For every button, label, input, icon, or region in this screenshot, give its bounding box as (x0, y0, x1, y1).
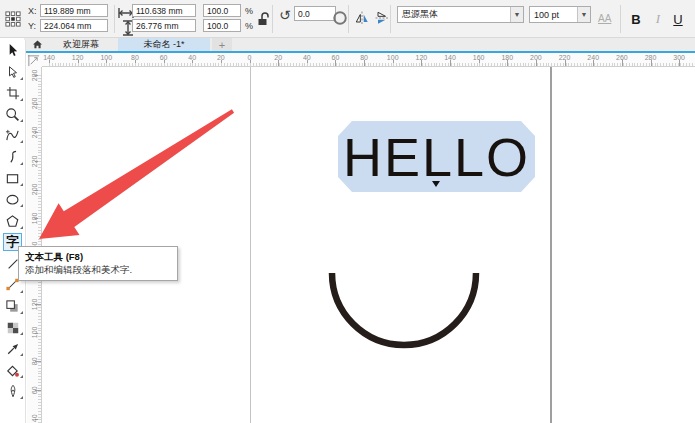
ellipse-icon (5, 192, 20, 207)
shape-tool[interactable] (0, 61, 25, 82)
home-icon (32, 39, 43, 50)
font-size-value: 100 pt (530, 10, 577, 20)
ruler-label: 100 (27, 326, 42, 340)
ruler-label: 220 (550, 53, 579, 62)
page-right-edge (550, 67, 552, 423)
crop-tool[interactable] (0, 83, 25, 104)
ruler-label: 100 (378, 53, 407, 62)
ruler-label: 120 (407, 53, 436, 62)
horizontal-ruler[interactable]: 1401201008060402002040608010012014016018… (42, 53, 695, 67)
ruler-label: 20 (207, 53, 236, 62)
separator (390, 5, 391, 33)
ruler-origin-corner[interactable] (27, 53, 42, 67)
bold-button[interactable]: B (627, 9, 645, 29)
horizontal-ruler-labels: 1401201008060402002040608010012014016018… (42, 53, 695, 62)
pen-nib-icon (6, 384, 20, 398)
ruler-label: 200 (522, 53, 551, 62)
polygon-tool[interactable] (0, 210, 25, 231)
ruler-label: 260 (27, 97, 42, 111)
freehand-curve-icon (5, 128, 20, 143)
scale-vertical-input[interactable] (203, 19, 241, 32)
smart-fill-tool[interactable] (0, 359, 25, 380)
text-case-button[interactable]: AA (598, 13, 611, 24)
vertical-ruler[interactable]: 280260240220200180160140120100806040 (27, 67, 42, 423)
font-family-select[interactable]: 思源黑体 ▼ (397, 6, 524, 23)
ruler-corner-icon (27, 54, 40, 67)
object-height-input[interactable] (132, 19, 196, 32)
magnifier-icon (5, 107, 20, 122)
ruler-label: 160 (464, 53, 493, 62)
object-origin-selector[interactable] (5, 11, 21, 27)
tab-welcome-screen[interactable]: 欢迎屏幕 (46, 38, 116, 51)
chevron-down-icon: ▼ (510, 7, 523, 22)
new-document-tab-button[interactable]: + (212, 38, 232, 51)
chevron-down-icon: ▼ (577, 7, 590, 22)
outline-pen-tool[interactable] (0, 381, 25, 402)
percent-label: % (245, 21, 253, 31)
vertical-ruler-labels: 280260240220200180160140120100806040 (27, 67, 41, 423)
object-width-input[interactable] (132, 4, 196, 17)
drop-shadow-tool[interactable] (0, 296, 25, 317)
mirror-vertical-button[interactable] (374, 10, 390, 26)
mirror-horizontal-button[interactable] (354, 10, 370, 26)
ruler-label: 180 (27, 211, 42, 225)
shape-arrowhead-icon (6, 65, 20, 79)
ruler-label: 280 (27, 68, 42, 82)
ruler-label: 40 (27, 412, 42, 423)
checkerboard-icon (6, 321, 20, 335)
ruler-label: 60 (149, 53, 178, 62)
tooltip-description: 添加和编辑段落和美术字. (25, 263, 171, 276)
ruler-label: 260 (608, 53, 637, 62)
ruler-label: 60 (321, 53, 350, 62)
ruler-label: 180 (493, 53, 522, 62)
artistic-text-hello: HELLO (343, 130, 530, 184)
ruler-label: 80 (27, 354, 42, 368)
tab-untitled-document[interactable]: 未命名 -1* (118, 38, 210, 51)
rectangle-icon (5, 171, 20, 186)
ruler-label: 280 (636, 53, 665, 62)
underline-button[interactable]: U (669, 9, 687, 29)
ruler-label: 140 (436, 53, 465, 62)
pick-arrow-icon (5, 43, 20, 58)
text-insertion-marker (432, 181, 440, 187)
angle-circle-icon (332, 10, 348, 26)
freehand-tool[interactable] (0, 125, 25, 146)
smile-curve-object[interactable] (328, 268, 480, 350)
drawing-canvas[interactable]: HELLO (42, 67, 695, 423)
italic-button[interactable]: I (649, 9, 667, 29)
eyedropper-icon (6, 342, 20, 356)
ruler-label: 40 (292, 53, 321, 62)
fill-bucket-icon (5, 363, 20, 378)
crop-icon (6, 86, 20, 100)
rectangle-tool[interactable] (0, 168, 25, 189)
font-family-value: 思源黑体 (398, 8, 510, 21)
toolbox: 字 (0, 40, 26, 423)
ruler-label: 220 (27, 154, 42, 168)
scale-horizontal-input[interactable] (203, 4, 241, 17)
separator (348, 5, 349, 33)
lock-ratio-icon[interactable] (256, 11, 272, 27)
ruler-label: 20 (264, 53, 293, 62)
x-label: X: (28, 6, 37, 16)
ruler-label: 200 (27, 183, 42, 197)
bezier-tool[interactable] (0, 146, 25, 167)
separator (114, 5, 115, 33)
ruler-label: 240 (579, 53, 608, 62)
ruler-label: 80 (121, 53, 150, 62)
percent-label: % (245, 6, 253, 16)
ruler-label: 140 (42, 53, 63, 62)
home-tab[interactable] (28, 38, 46, 51)
y-label: Y: (28, 21, 36, 31)
zoom-tool[interactable] (0, 104, 25, 125)
x-position-input[interactable] (40, 4, 108, 17)
ruler-label: 300 (665, 53, 694, 62)
y-position-input[interactable] (40, 19, 108, 32)
rotation-angle-input[interactable] (294, 6, 336, 21)
page-left-edge (250, 67, 251, 423)
eyedropper-tool[interactable] (0, 338, 25, 359)
font-size-select[interactable]: 100 pt ▼ (529, 6, 591, 23)
ellipse-tool[interactable] (0, 189, 25, 210)
pick-tool[interactable] (0, 40, 25, 61)
transparency-tool[interactable] (0, 317, 25, 338)
tooltip-title: 文本工具 (F8) (25, 250, 171, 263)
